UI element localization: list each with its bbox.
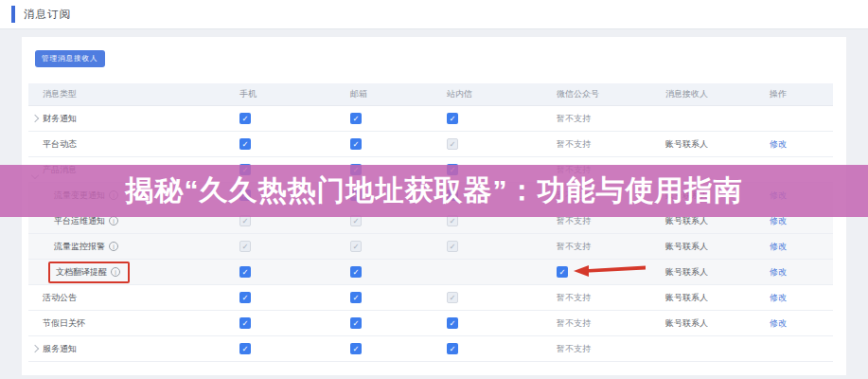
table-row: 活动公告✓✓✓暂不支持账号联系人修改: [28, 285, 833, 311]
info-icon[interactable]: i: [109, 242, 118, 251]
site-message-checkbox-checked[interactable]: ✓: [447, 317, 458, 329]
site-message-cell: ✓: [447, 343, 557, 354]
column-header: 操作: [770, 88, 833, 100]
message-type-cell: 流量监控报警i: [28, 241, 239, 253]
phone-checkbox-checked[interactable]: ✓: [239, 292, 251, 303]
email-cell: ✓: [350, 113, 447, 124]
promo-overlay-banner: 揭秘“久久热热门地址获取器”：功能与使用指南: [0, 165, 868, 217]
table-row: 财务通知✓✓✓暂不支持: [28, 106, 833, 132]
phone-checkbox-checked[interactable]: ✓: [239, 317, 251, 329]
site-message-cell: ✓: [447, 292, 557, 303]
page-title: 消息订阅: [24, 0, 71, 29]
phone-checkbox-checked[interactable]: ✓: [239, 113, 251, 124]
phone-cell: ✓: [239, 266, 350, 278]
recipient-text: 账号联系人: [665, 317, 708, 330]
email-cell: ✓: [350, 317, 447, 329]
phone-checkbox-checked[interactable]: ✓: [239, 138, 251, 150]
message-type-cell: 节假日关怀: [28, 317, 239, 330]
operation-cell: 修改: [770, 317, 833, 330]
email-cell: ✓: [350, 138, 447, 150]
wechat-cell: ✓: [557, 263, 665, 280]
modify-link[interactable]: 修改: [770, 266, 787, 279]
phone-cell: ✓: [239, 113, 350, 124]
message-type-cell: 服务通知: [28, 343, 239, 355]
site-message-checkbox-checked[interactable]: ✓: [447, 113, 458, 124]
message-type-cell: 活动公告: [28, 292, 239, 304]
modify-link[interactable]: 修改: [770, 317, 787, 330]
modify-link[interactable]: 修改: [770, 241, 787, 253]
recipient-cell: 账号联系人: [665, 138, 770, 151]
table-header-row: 消息类型手机邮箱站内信微信公众号消息接收人操作: [28, 83, 833, 106]
phone-cell: ✓: [239, 138, 350, 150]
column-header: 手机: [239, 88, 350, 100]
message-type-cell: 财务通知: [28, 113, 239, 125]
table-row: 平台动态✓✓✓暂不支持账号联系人修改: [28, 132, 833, 157]
wechat-cell: 暂不支持: [557, 317, 665, 330]
operation-cell: 修改: [770, 241, 833, 253]
phone-checkbox-checked[interactable]: ✓: [239, 343, 251, 354]
email-checkbox-checked[interactable]: ✓: [350, 317, 362, 329]
phone-checkbox-disabled: ✓: [239, 241, 251, 252]
wechat-checkbox-checked[interactable]: ✓: [557, 266, 568, 278]
row-label: 节假日关怀: [43, 317, 85, 330]
column-header: 消息接收人: [665, 88, 770, 100]
phone-cell: ✓: [239, 317, 350, 329]
column-header: 邮箱: [350, 88, 447, 100]
table-row: 节假日关怀✓✓✓暂不支持账号联系人修改: [28, 311, 833, 336]
phone-cell: ✓: [239, 343, 350, 354]
message-type-cell: 平台动态: [28, 138, 239, 151]
email-checkbox-checked[interactable]: ✓: [350, 138, 362, 150]
email-checkbox-disabled: ✓: [350, 241, 362, 252]
info-icon[interactable]: i: [109, 216, 118, 226]
row-label: 活动公告: [43, 292, 77, 304]
chevron-right-icon[interactable]: [31, 345, 39, 352]
site-message-cell: ✓: [447, 241, 557, 252]
info-icon[interactable]: i: [111, 267, 120, 277]
email-cell: ✓: [350, 343, 447, 354]
wechat-cell: 暂不支持: [557, 138, 665, 151]
operation-cell: 修改: [770, 292, 833, 304]
column-header: 消息类型: [28, 88, 239, 100]
site-message-cell: ✓: [447, 113, 557, 124]
not-supported-text: 暂不支持: [557, 138, 591, 151]
column-header-label: 站内信: [447, 88, 472, 100]
table-row: 流量监控报警i✓✓✓暂不支持账号联系人修改: [28, 234, 833, 260]
column-header-label: 手机: [239, 88, 257, 100]
recipient-cell: 账号联系人: [665, 241, 770, 253]
wechat-cell: 暂不支持: [557, 292, 665, 304]
page-header: 消息订阅: [0, 0, 868, 29]
phone-checkbox-checked[interactable]: ✓: [239, 266, 251, 278]
column-header-label: 操作: [770, 88, 787, 100]
manage-recipients-button[interactable]: 管理消息接收人: [35, 50, 105, 67]
email-checkbox-checked[interactable]: ✓: [350, 292, 362, 303]
operation-cell: 修改: [770, 138, 833, 151]
email-checkbox-checked[interactable]: ✓: [350, 266, 362, 278]
red-arrow: [574, 263, 647, 280]
not-supported-text: 暂不支持: [557, 343, 591, 355]
site-message-checkbox-disabled: ✓: [447, 138, 458, 150]
row-label: 平台动态: [43, 138, 77, 151]
chevron-right-icon[interactable]: [31, 115, 39, 122]
email-checkbox-checked[interactable]: ✓: [350, 113, 362, 124]
recipient-text: 账号联系人: [665, 292, 708, 304]
email-cell: ✓: [350, 292, 447, 303]
modify-link[interactable]: 修改: [770, 292, 787, 304]
subscription-table: 消息类型手机邮箱站内信微信公众号消息接收人操作财务通知✓✓✓暂不支持平台动态✓✓…: [28, 83, 833, 362]
recipient-cell: 账号联系人: [665, 317, 770, 330]
column-header: 站内信: [447, 88, 557, 100]
phone-cell: ✓: [239, 241, 350, 252]
column-header-label: 微信公众号: [557, 88, 599, 100]
site-message-checkbox-checked[interactable]: ✓: [447, 343, 458, 354]
not-supported-text: 暂不支持: [557, 292, 591, 304]
table-row: 服务通知✓✓✓暂不支持: [28, 336, 833, 362]
column-header: 微信公众号: [557, 88, 665, 100]
email-checkbox-checked[interactable]: ✓: [350, 343, 362, 354]
email-cell: ✓: [350, 266, 447, 278]
column-header-label: 消息类型: [43, 88, 77, 100]
site-message-cell: ✓: [447, 317, 557, 329]
modify-link[interactable]: 修改: [770, 138, 787, 151]
recipient-text: 账号联系人: [665, 138, 708, 151]
recipient-cell: 账号联系人: [665, 266, 770, 279]
column-header-label: 消息接收人: [665, 88, 708, 100]
recipient-text: 账号联系人: [665, 266, 708, 279]
